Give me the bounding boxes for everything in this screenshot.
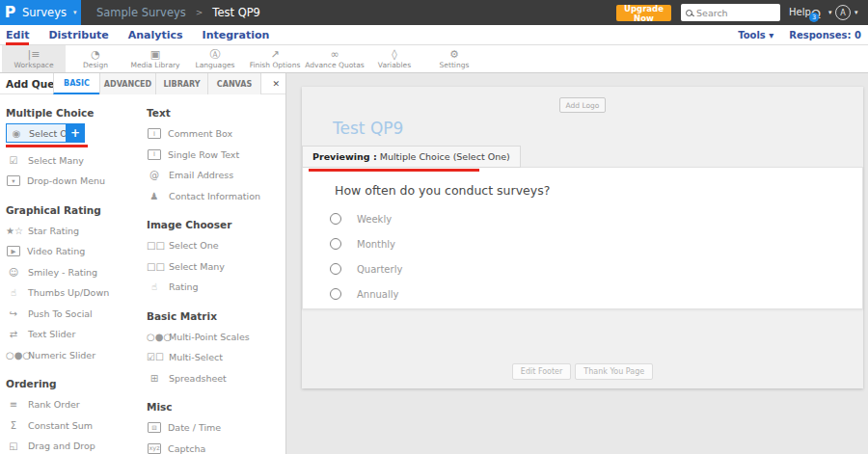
panel-header: Add Question BASICADVANCEDLIBRARYCANVAS … (0, 73, 285, 94)
question-type-rank-order[interactable]: ≡Rank Order (6, 394, 143, 415)
option-annually[interactable]: Annually (330, 281, 402, 307)
multi-select-icon: ☑☐ (147, 352, 162, 362)
toolbar-finish-options[interactable]: ↗Finish Options (245, 45, 305, 72)
responses-count-link[interactable]: Responses: 0 (789, 30, 861, 40)
edit-footer-button[interactable]: Edit Footer (512, 363, 572, 380)
toolbar-label: Languages (196, 61, 235, 69)
question-type-drag-and-drop[interactable]: ◱Drag and Drop (6, 436, 143, 454)
constant-sum-icon: Σ (6, 420, 21, 431)
question-type-multi-point-scales[interactable]: ○●○Multi-Point Scales (147, 327, 284, 348)
question-type-label: Select One (169, 240, 219, 251)
option-quarterly[interactable]: Quarterly (330, 256, 402, 281)
toolbar-variables[interactable]: ◊Variables (365, 45, 424, 72)
tab-canvas[interactable]: CANVAS (207, 73, 261, 94)
advance-quotas-icon: ∞ (330, 49, 339, 60)
variables-icon: ◊ (392, 49, 396, 60)
tab-basic[interactable]: BASIC (53, 73, 99, 94)
toolbar-settings[interactable]: ⚙Settings (424, 45, 484, 72)
question-type-date-time[interactable]: ⊟Date / Time (147, 417, 284, 439)
chevron-down-icon[interactable]: ▾ (854, 9, 858, 16)
add-question-panel: Add Question BASICADVANCEDLIBRARYCANVAS … (0, 73, 286, 454)
toolbar-media-library[interactable]: ▣Media Library (125, 45, 185, 72)
radio-icon[interactable] (330, 263, 341, 275)
question-type-select-one[interactable]: □□Select One (147, 235, 284, 256)
notifications-button[interactable]: Ω 3 (811, 4, 827, 21)
tools-menu[interactable]: Tools ▾ (738, 30, 773, 40)
question-types-column-1: Multiple Choice◉Select One+☑Select Many▾… (6, 94, 143, 454)
question-type-label: Contact Information (169, 191, 260, 201)
nav-item-edit[interactable]: Edit (6, 29, 29, 41)
survey-nav-row: EditDistributeAnalyticsIntegration Tools… (0, 25, 868, 45)
close-icon[interactable]: ✕ (272, 73, 280, 94)
toolbar-design[interactable]: ◔Design (66, 45, 125, 72)
question-type-drop-down-menu[interactable]: ▾Drop-down Menu (6, 171, 143, 192)
numeric-slider-icon: ○●○ (6, 350, 21, 361)
question-type-push-to-social[interactable]: ↪Push To Social (6, 304, 143, 325)
question-type-video-rating[interactable]: ▶Video Rating (6, 241, 143, 262)
question-type-label: Text Slider (28, 329, 75, 339)
section-title-ordering: Ordering (6, 378, 143, 389)
option-weekly[interactable]: Weekly (330, 206, 402, 231)
question-type-label: Constant Sum (28, 420, 93, 431)
question-type-text-slider[interactable]: ⇄Text Slider (6, 324, 143, 345)
question-type-select-many[interactable]: □□Select Many (147, 256, 284, 278)
question-type-single-row-text[interactable]: ISingle Row Text (147, 145, 284, 166)
settings-icon: ⚙ (449, 49, 459, 60)
add-question-plus-button[interactable]: + (66, 123, 85, 143)
logo-product-menu[interactable]: P Surveys ▾ (0, 0, 81, 25)
question-type-spreadsheet[interactable]: ⊞Spreadsheet (147, 368, 284, 389)
question-type-rating[interactable]: ☝Rating (147, 277, 284, 298)
toolbar-label: Workspace (14, 61, 54, 69)
nav-item-distribute[interactable]: Distribute (48, 29, 108, 41)
breadcrumb-parent[interactable]: Sample Surveys (96, 6, 186, 19)
chevron-down-icon[interactable]: ▾ (828, 9, 832, 16)
toolbar-workspace[interactable]: |≡Workspace (2, 45, 66, 72)
question-text[interactable]: How often do you conduct surveys? (335, 183, 550, 198)
question-type-email-address[interactable]: @Email Address (147, 165, 284, 186)
tab-advanced[interactable]: ADVANCED (99, 73, 155, 94)
answer-options: WeeklyMonthlyQuarterlyAnnually (330, 206, 402, 307)
add-logo-button[interactable]: Add Logo (559, 97, 606, 113)
breadcrumb-current: Test QP9 (212, 6, 260, 19)
search-input[interactable] (696, 8, 775, 18)
nav-item-integration[interactable]: Integration (203, 29, 270, 41)
breadcrumb-separator-icon: > (196, 8, 203, 17)
date-time-icon: ⊟ (148, 422, 161, 433)
help-link[interactable]: Help (789, 7, 811, 17)
question-type-numeric-slider[interactable]: ○●○Numeric Slider (6, 345, 143, 366)
question-type-star-rating[interactable]: ★☆Star Rating (6, 221, 143, 242)
question-type-label: Video Rating (27, 246, 85, 256)
global-search[interactable] (681, 4, 780, 21)
radio-icon[interactable] (330, 213, 341, 225)
question-type-label: Star Rating (28, 226, 79, 236)
radio-icon[interactable] (330, 288, 341, 300)
email-address-icon: @ (147, 170, 162, 180)
toolbar-advance-quotas[interactable]: ∞Advance Quotas (305, 45, 365, 72)
option-label: Monthly (357, 239, 395, 250)
survey-title[interactable]: Test QP9 (333, 119, 403, 138)
upgrade-now-button[interactable]: Upgrade Now (616, 5, 671, 21)
question-type-label: Spreadsheet (169, 373, 227, 384)
avatar[interactable]: A (835, 5, 851, 20)
thank-you-page-button[interactable]: Thank You Page (575, 363, 653, 380)
question-type-constant-sum[interactable]: ΣConstant Sum (6, 415, 143, 437)
question-type-thumbs-up-down[interactable]: ☝Thumbs Up/Down (6, 282, 143, 304)
nav-item-analytics[interactable]: Analytics (128, 29, 183, 41)
question-type-smiley-rating[interactable]: ☺Smiley - Rating (6, 262, 143, 283)
annotation-underline-previewing (309, 169, 479, 172)
question-type-contact-information[interactable]: ♟Contact Information (147, 186, 284, 207)
option-monthly[interactable]: Monthly (330, 231, 402, 256)
question-type-captcha[interactable]: xyzCaptcha (147, 439, 284, 454)
tab-library[interactable]: LIBRARY (155, 73, 207, 94)
question-type-multi-select[interactable]: ☑☐Multi-Select (147, 347, 284, 368)
radio-icon[interactable] (330, 238, 341, 250)
question-type-label: Select Many (169, 261, 225, 272)
toolbar-label: Variables (378, 61, 411, 69)
question-type-select-many[interactable]: ☑Select Many (6, 150, 143, 172)
question-type-select-one-selected[interactable]: ◉Select One+ (6, 123, 85, 143)
question-type-comment-box[interactable]: IComment Box (147, 123, 284, 145)
finish-options-icon: ↗ (270, 49, 279, 60)
toolbar-label: Advance Quotas (305, 61, 364, 69)
select-many-icon: ☑ (6, 155, 21, 166)
toolbar-languages[interactable]: ⒶLanguages (185, 45, 245, 72)
